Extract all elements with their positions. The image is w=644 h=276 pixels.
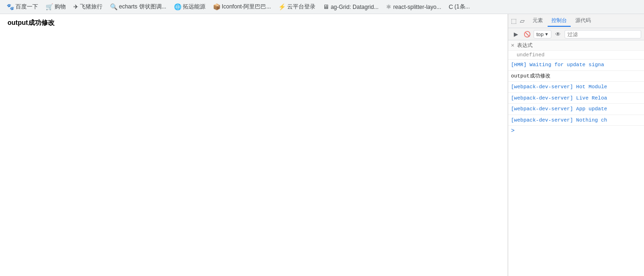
cursor-icon[interactable]: ⬚ — [510, 17, 518, 25]
expression-label: 表达式 — [517, 42, 533, 49]
console-msg-webpack2: [webpack-dev-server] Live Reloa — [508, 93, 644, 104]
console-msg-text-webpack2: [webpack-dev-server] Live Reloa — [511, 95, 607, 101]
devtools-console[interactable]: ✕ 表达式 undefined [HMR] Waiting for update… — [508, 40, 644, 276]
devtools-panel: ⬚ ▱ 元素 控制台 源代码 ▶ 🚫 top ▼ 👁 ✕ 表达式 — [508, 14, 644, 276]
bookmark-icon-reactsplitter: ⚛ — [386, 3, 392, 10]
play-btn[interactable]: ▶ — [511, 30, 520, 39]
bookmark-item-csdn[interactable]: C(1条... — [446, 2, 472, 12]
bookmark-icon-iconfont: 📦 — [213, 3, 220, 10]
eye-btn[interactable]: 👁 — [553, 30, 563, 39]
console-msg-webpack4: [webpack-dev-server] Nothing ch — [508, 115, 644, 126]
tab-console[interactable]: 控制台 — [548, 15, 571, 27]
console-msg-text-webpack4: [webpack-dev-server] Nothing ch — [511, 117, 607, 123]
console-msg-text-output-modified: output成功修改 — [511, 73, 550, 79]
bookmark-icon-aggrid: 🖥 — [323, 3, 329, 10]
bookmark-label-aggrid: ag-Grid: Datagrid... — [330, 4, 378, 10]
console-msg-webpack1: [webpack-dev-server] Hot Module — [508, 82, 644, 93]
bookmark-icon-tuoyuan: 🌐 — [174, 3, 181, 10]
bookmark-item-aggrid[interactable]: 🖥ag-Grid: Datagrid... — [320, 2, 381, 11]
page-output-text: output成功修改 — [8, 19, 500, 27]
expression-close-icon[interactable]: ✕ — [511, 42, 514, 49]
tab-elements[interactable]: 元素 — [529, 15, 547, 27]
bookmark-label-echarts: echarts 饼状图调... — [119, 3, 166, 11]
bookmarks-bar: 🐾百度一下🛒购物✈飞猪旅行🔍echarts 饼状图调...🌐拓远能源📦Iconf… — [0, 0, 644, 14]
console-msg-text-webpack1: [webpack-dev-server] Hot Module — [511, 84, 607, 90]
bookmark-item-tuoyuan[interactable]: 🌐拓远能源 — [171, 2, 208, 12]
devtools-tabs: ⬚ ▱ 元素 控制台 源代码 — [508, 14, 644, 28]
bookmark-item-echarts[interactable]: 🔍echarts 饼状图调... — [107, 2, 169, 12]
bookmark-label-iconfont: Iconfont-阿里巴巴... — [222, 3, 271, 11]
undefined-text: undefined — [517, 52, 544, 58]
bookmark-icon-shopping: 🛒 — [46, 3, 53, 10]
context-dropdown[interactable]: top ▼ — [534, 30, 551, 38]
devtools-left-icons: ⬚ ▱ — [510, 17, 526, 25]
device-icon[interactable]: ▱ — [518, 17, 526, 25]
tab-source[interactable]: 源代码 — [572, 15, 595, 27]
bookmark-item-iconfont[interactable]: 📦Iconfont-阿里巴巴... — [210, 2, 274, 12]
bookmark-icon-yunplatform: ⚡ — [278, 3, 286, 10]
console-caret[interactable]: > — [508, 126, 644, 136]
bookmark-label-csdn: (1条... — [455, 3, 470, 11]
console-msg-text-webpack3: [webpack-dev-server] App update — [511, 106, 607, 112]
devtools-toolbar: ▶ 🚫 top ▼ 👁 — [508, 28, 644, 40]
bookmark-label-tuoyuan: 拓远能源 — [183, 3, 205, 11]
bookmark-item-yunplatform[interactable]: ⚡云平台登录 — [275, 2, 318, 12]
block-btn[interactable]: 🚫 — [522, 30, 532, 39]
filter-input[interactable] — [565, 30, 641, 38]
bookmark-icon-fliggy: ✈ — [73, 3, 79, 10]
bookmark-label-baidu: 百度一下 — [16, 3, 38, 11]
console-msg-text-hmr: [HMR] Waiting for update signa — [511, 62, 604, 68]
top-label: top — [536, 31, 543, 37]
undefined-row: undefined — [508, 51, 644, 60]
bookmark-item-baidu[interactable]: 🐾百度一下 — [4, 2, 41, 12]
main-area: output成功修改 ⬚ ▱ 元素 控制台 源代码 ▶ 🚫 top ▼ 👁 — [0, 14, 644, 276]
dropdown-arrow-icon: ▼ — [544, 32, 549, 37]
bookmark-label-reactsplitter: react-splitter-layo... — [393, 4, 441, 10]
caret-icon: > — [511, 127, 515, 134]
bookmark-label-yunplatform: 云平台登录 — [287, 3, 315, 11]
bookmark-icon-baidu: 🐾 — [7, 3, 14, 10]
bookmark-label-fliggy: 飞猪旅行 — [80, 3, 102, 11]
expression-row: ✕ 表达式 — [508, 40, 644, 51]
page-content: output成功修改 — [0, 14, 508, 276]
console-messages: [HMR] Waiting for update signaoutput成功修改… — [508, 60, 644, 126]
bookmark-item-reactsplitter[interactable]: ⚛react-splitter-layo... — [383, 2, 444, 11]
console-msg-output-modified: output成功修改 — [508, 71, 644, 82]
bookmark-item-fliggy[interactable]: ✈飞猪旅行 — [71, 2, 105, 12]
bookmark-icon-csdn: C — [448, 3, 453, 10]
bookmark-item-shopping[interactable]: 🛒购物 — [43, 2, 69, 12]
console-msg-webpack3: [webpack-dev-server] App update — [508, 104, 644, 115]
console-msg-hmr: [HMR] Waiting for update signa — [508, 60, 644, 71]
bookmark-label-shopping: 购物 — [55, 3, 66, 11]
bookmark-icon-echarts: 🔍 — [110, 3, 118, 10]
